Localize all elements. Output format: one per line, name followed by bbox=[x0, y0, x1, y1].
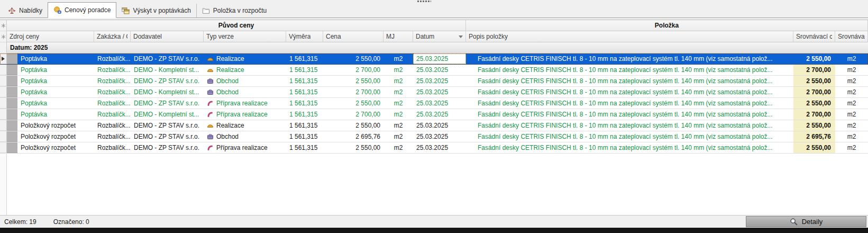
cell-zakazka[interactable]: Rozbalíčk... bbox=[94, 131, 131, 142]
cell-zakazka[interactable]: Rozbalíčk... bbox=[94, 142, 131, 153]
cell-datum[interactable]: 25.03.2025 bbox=[413, 109, 466, 120]
cell-srovcena[interactable]: 2 700,00 bbox=[793, 109, 835, 120]
cell-datum[interactable]: 25.03.2025 bbox=[413, 76, 466, 86]
cell-zdroj[interactable]: Poptávka bbox=[17, 53, 94, 64]
cell-typ[interactable]: Příprava realizace bbox=[204, 109, 286, 120]
column-header-dodavatel[interactable]: Dodavatel bbox=[131, 31, 204, 42]
column-header-zakazka[interactable]: Zakázka / Ce bbox=[94, 31, 131, 42]
cell-vymera[interactable]: 1 561,315 bbox=[286, 98, 323, 109]
cell-zakazka[interactable]: Rozbalíčk... bbox=[94, 120, 131, 131]
cell-dodavatel[interactable]: DEMO - Kompletní st... bbox=[131, 87, 204, 97]
cell-cena[interactable]: 2 550,00 bbox=[323, 98, 383, 109]
cell-zakazka[interactable]: Rozbalíčk... bbox=[94, 65, 131, 75]
cell-mj[interactable]: m2 bbox=[383, 65, 413, 75]
tab-cenov-poradce[interactable]: Cenový poradce bbox=[48, 2, 116, 18]
cell-zakazka[interactable]: Rozbalíčk... bbox=[94, 109, 131, 120]
cell-datum[interactable]: 25.03.2025 bbox=[413, 53, 466, 64]
cell-datum[interactable]: 25.03.2025 bbox=[413, 120, 466, 131]
cell-dodavatel[interactable]: DEMO - ZP STAV s.r.o. bbox=[131, 76, 204, 86]
cell-vymera[interactable]: 1 561,315 bbox=[286, 109, 323, 120]
cell-dodavatel[interactable]: DEMO - ZP STAV s.r.o. bbox=[131, 142, 204, 153]
cell-zakazka[interactable]: Rozbalíčk... bbox=[94, 53, 131, 64]
cell-mj[interactable]: m2 bbox=[383, 87, 413, 97]
cell-srovcena[interactable]: 2 700,00 bbox=[793, 87, 835, 97]
cell-cena[interactable]: 2 695,76 bbox=[323, 131, 383, 142]
cell-popis[interactable]: Fasádní desky CETRIS FINISCH tl. 8 - 10 … bbox=[466, 87, 793, 97]
cell-datum[interactable]: 25.03.2025 bbox=[413, 98, 466, 109]
cell-datum[interactable]: 25.03.2025 bbox=[413, 142, 466, 153]
table-row[interactable]: Položkový rozpočetRozbalíčk...DEMO - ZP … bbox=[0, 142, 868, 154]
cell-srovcena[interactable]: 2 700,00 bbox=[793, 65, 835, 75]
cell-typ[interactable]: Realizace bbox=[204, 53, 286, 64]
row-indicator-gutter[interactable] bbox=[0, 109, 7, 120]
row-indicator-gutter[interactable] bbox=[0, 142, 7, 153]
cell-srovcena[interactable]: 2 695,76 bbox=[793, 131, 835, 142]
cell-srovmj[interactable]: m2 bbox=[835, 53, 868, 64]
tab-nab-dky[interactable]: Nabídky bbox=[3, 4, 48, 17]
cell-zdroj[interactable]: Poptávka bbox=[17, 98, 94, 109]
cell-zdroj[interactable]: Poptávka bbox=[17, 109, 94, 120]
cell-mj[interactable]: m2 bbox=[383, 53, 413, 64]
cell-popis[interactable]: Fasádní desky CETRIS FINISCH tl. 8 - 10 … bbox=[466, 142, 793, 153]
cell-vymera[interactable]: 1 561,315 bbox=[286, 131, 323, 142]
cell-vymera[interactable]: 1 561,315 bbox=[286, 65, 323, 75]
cell-dodavatel[interactable]: DEMO - Kompletní st... bbox=[131, 109, 204, 120]
cell-popis[interactable]: Fasádní desky CETRIS FINISCH tl. 8 - 10 … bbox=[466, 53, 793, 64]
cell-zdroj[interactable]: Poptávka bbox=[17, 87, 94, 97]
cell-datum[interactable]: 25.03.2025 bbox=[413, 87, 466, 97]
cell-popis[interactable]: Fasádní desky CETRIS FINISCH tl. 8 - 10 … bbox=[466, 109, 793, 120]
cell-zdroj[interactable]: Poptávka bbox=[17, 76, 94, 86]
cell-cena[interactable]: 2 550,00 bbox=[323, 53, 383, 64]
cell-srovmj[interactable]: m2 bbox=[835, 87, 868, 97]
cell-popis[interactable]: Fasádní desky CETRIS FINISCH tl. 8 - 10 … bbox=[466, 65, 793, 75]
group-row[interactable]: Datum: 2025 bbox=[0, 42, 868, 53]
cell-dodavatel[interactable]: DEMO - ZP STAV s.r.o. bbox=[131, 98, 204, 109]
table-row[interactable]: Položkový rozpočetRozbalíčk...DEMO - ZP … bbox=[0, 131, 868, 142]
table-row[interactable]: PoptávkaRozbalíčk...DEMO - ZP STAV s.r.o… bbox=[0, 53, 868, 65]
cell-datum[interactable]: 25.03.2025 bbox=[413, 131, 466, 142]
cell-popis[interactable]: Fasádní desky CETRIS FINISCH tl. 8 - 10 … bbox=[466, 76, 793, 86]
cell-zakazka[interactable]: Rozbalíčk... bbox=[94, 87, 131, 97]
row-indicator-gutter[interactable] bbox=[0, 87, 7, 97]
cell-dodavatel[interactable]: DEMO - Kompletní st... bbox=[131, 65, 204, 75]
cell-typ[interactable]: Příprava realizace bbox=[204, 142, 286, 153]
row-indicator-gutter[interactable] bbox=[0, 120, 7, 131]
cell-mj[interactable]: m2 bbox=[383, 109, 413, 120]
cell-popis[interactable]: Fasádní desky CETRIS FINISCH tl. 8 - 10 … bbox=[466, 131, 793, 142]
cell-typ[interactable]: Obchod bbox=[204, 76, 286, 86]
cell-zakazka[interactable]: Rozbalíčk... bbox=[94, 76, 131, 86]
cell-srovmj[interactable]: m2 bbox=[835, 98, 868, 109]
cell-cena[interactable]: 2 550,00 bbox=[323, 142, 383, 153]
table-row[interactable]: PoptávkaRozbalíčk...DEMO - Kompletní st.… bbox=[0, 65, 868, 76]
cell-cena[interactable]: 2 550,00 bbox=[323, 120, 383, 131]
column-header-popis[interactable]: Popis položky bbox=[466, 31, 793, 42]
cell-srovcena[interactable]: 2 550,00 bbox=[793, 142, 835, 153]
cell-mj[interactable]: m2 bbox=[383, 120, 413, 131]
cell-zdroj[interactable]: Položkový rozpočet bbox=[17, 142, 94, 153]
tab-polo-ka-v-rozpo-tu[interactable]: Položka v rozpočtu bbox=[196, 4, 272, 17]
table-row[interactable]: PoptávkaRozbalíčk...DEMO - Kompletní st.… bbox=[0, 109, 868, 120]
cell-srovmj[interactable]: m2 bbox=[835, 120, 868, 131]
column-header-srovcena[interactable]: Srovnávací ce bbox=[793, 31, 835, 42]
cell-vymera[interactable]: 1 561,315 bbox=[286, 53, 323, 64]
cell-dodavatel[interactable]: DEMO - ZP STAV s.r.o. bbox=[131, 131, 204, 142]
cell-zdroj[interactable]: Položkový rozpočet bbox=[17, 131, 94, 142]
cell-zakazka[interactable]: Rozbalíčk... bbox=[94, 98, 131, 109]
column-header-typ[interactable]: Typ verze bbox=[204, 31, 286, 42]
cell-srovmj[interactable]: m2 bbox=[835, 142, 868, 153]
cell-vymera[interactable]: 1 561,315 bbox=[286, 87, 323, 97]
column-header-mj[interactable]: MJ bbox=[383, 31, 413, 42]
cell-dodavatel[interactable]: DEMO - ZP STAV s.r.o. bbox=[131, 120, 204, 131]
cell-cena[interactable]: 2 700,00 bbox=[323, 87, 383, 97]
cell-srovmj[interactable]: m2 bbox=[835, 131, 868, 142]
cell-vymera[interactable]: 1 561,315 bbox=[286, 76, 323, 86]
cell-vymera[interactable]: 1 561,315 bbox=[286, 120, 323, 131]
cell-typ[interactable]: Obchod bbox=[204, 87, 286, 97]
row-indicator-gutter[interactable] bbox=[0, 65, 7, 75]
row-indicator-gutter[interactable] bbox=[0, 98, 7, 109]
details-button[interactable]: Detaily bbox=[746, 216, 866, 227]
cell-zdroj[interactable]: Poptávka bbox=[17, 65, 94, 75]
cell-popis[interactable]: Fasádní desky CETRIS FINISCH tl. 8 - 10 … bbox=[466, 98, 793, 109]
cell-vymera[interactable]: 1 561,315 bbox=[286, 142, 323, 153]
column-header-vymera[interactable]: Výměra bbox=[286, 31, 323, 42]
